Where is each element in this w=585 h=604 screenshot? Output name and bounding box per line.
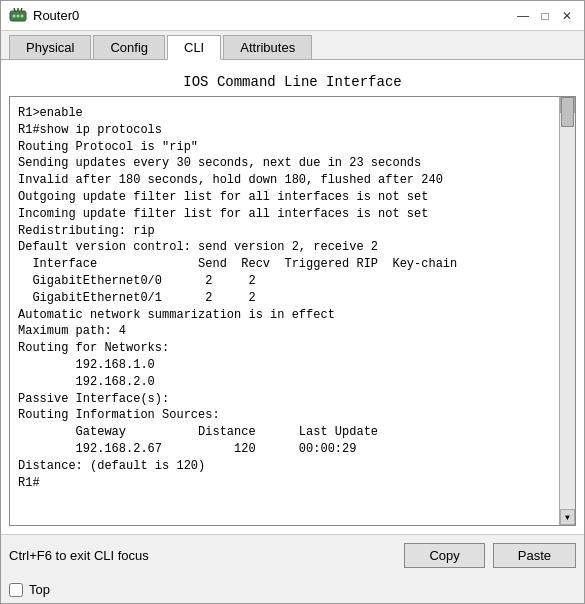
main-content: IOS Command Line Interface R1>enable R1#… <box>1 60 584 534</box>
top-checkbox-label[interactable]: Top <box>29 582 50 597</box>
window-title: Router0 <box>33 8 79 23</box>
maximize-button[interactable]: □ <box>536 7 554 25</box>
svg-point-3 <box>21 14 24 17</box>
cli-title: IOS Command Line Interface <box>9 68 576 96</box>
tab-cli[interactable]: CLI <box>167 35 221 60</box>
ctrl-hint: Ctrl+F6 to exit CLI focus <box>9 548 149 563</box>
copy-button[interactable]: Copy <box>404 543 484 568</box>
router-icon <box>9 7 27 25</box>
cli-output[interactable]: R1>enable R1#show ip protocols Routing P… <box>10 97 559 525</box>
svg-point-1 <box>13 14 16 17</box>
cli-terminal[interactable]: R1>enable R1#show ip protocols Routing P… <box>9 96 576 526</box>
svg-line-6 <box>21 8 22 11</box>
paste-button[interactable]: Paste <box>493 543 576 568</box>
tab-physical[interactable]: Physical <box>9 35 91 59</box>
title-bar-left: Router0 <box>9 7 79 25</box>
scrollbar-down-arrow[interactable]: ▼ <box>560 509 575 525</box>
action-buttons: Copy Paste <box>404 543 576 568</box>
close-button[interactable]: ✕ <box>558 7 576 25</box>
bottom-bar: Ctrl+F6 to exit CLI focus Copy Paste <box>1 534 584 576</box>
tab-bar: Physical Config CLI Attributes <box>1 31 584 60</box>
svg-line-5 <box>14 8 15 11</box>
scrollbar-track[interactable]: ▲ ▼ <box>559 97 575 525</box>
title-controls: — □ ✕ <box>514 7 576 25</box>
scrollbar-thumb[interactable] <box>561 97 574 127</box>
tab-config[interactable]: Config <box>93 35 165 59</box>
main-window: Router0 — □ ✕ Physical Config CLI Attrib… <box>0 0 585 604</box>
tab-attributes[interactable]: Attributes <box>223 35 312 59</box>
title-bar: Router0 — □ ✕ <box>1 1 584 31</box>
top-checkbox[interactable] <box>9 583 23 597</box>
svg-point-2 <box>17 14 20 17</box>
minimize-button[interactable]: — <box>514 7 532 25</box>
checkbox-row: Top <box>1 576 584 603</box>
